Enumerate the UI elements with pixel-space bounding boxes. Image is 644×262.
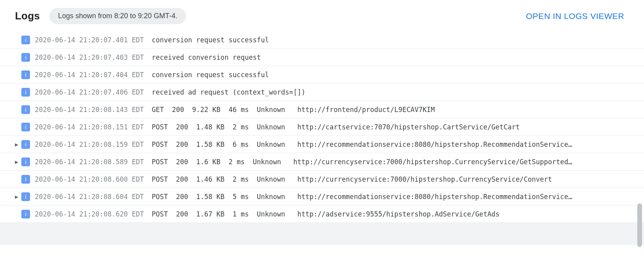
- expand-toggle[interactable]: ▶: [12, 194, 21, 200]
- log-timestamp: 2020-06-14 21:20:08.620 EDT: [33, 210, 152, 218]
- severity-cell: i: [21, 88, 33, 97]
- severity-cell: i: [21, 36, 33, 44]
- severity-cell: i: [21, 105, 33, 114]
- info-icon: i: [21, 70, 30, 79]
- info-icon: i: [21, 36, 30, 44]
- info-icon: i: [21, 158, 30, 166]
- log-row[interactable]: ▶i2020-06-14 21:20:08.589 EDTPOST 200 1.…: [0, 153, 644, 171]
- expand-toggle[interactable]: ▶: [12, 159, 21, 165]
- log-timestamp: 2020-06-14 21:20:07.403 EDT: [33, 53, 152, 61]
- scrollbar-track[interactable]: [638, 2, 643, 260]
- log-timestamp: 2020-06-14 21:20:08.604 EDT: [33, 193, 152, 201]
- log-message: GET 200 9.22 KB 46 ms Unknown http://fro…: [152, 106, 632, 114]
- log-message: POST 200 1.58 KB 6 ms Unknown http://rec…: [152, 140, 632, 148]
- severity-cell: i: [21, 192, 33, 201]
- log-message: received conversion request: [152, 53, 632, 61]
- scrollbar-thumb[interactable]: [637, 203, 642, 247]
- log-message: conversion request successful: [152, 71, 632, 79]
- logs-header: Logs Logs shown from 8:20 to 9:20 GMT-4.…: [0, 0, 644, 31]
- log-timestamp: 2020-06-14 21:20:08.143 EDT: [33, 106, 152, 114]
- log-timestamp: 2020-06-14 21:20:08.589 EDT: [33, 158, 152, 166]
- severity-cell: i: [21, 123, 33, 131]
- info-icon: i: [21, 210, 30, 218]
- logs-panel: Logs Logs shown from 8:20 to 9:20 GMT-4.…: [0, 0, 644, 262]
- log-timestamp: 2020-06-14 21:20:07.406 EDT: [33, 88, 152, 96]
- log-row[interactable]: ▶i2020-06-14 21:20:08.159 EDTPOST 200 1.…: [0, 136, 644, 153]
- expand-toggle[interactable]: ▶: [12, 141, 21, 148]
- log-message: POST 200 1.46 KB 2 ms Unknown http://cur…: [152, 175, 632, 183]
- info-icon: i: [21, 123, 30, 131]
- log-message: POST 200 1.67 KB 1 ms Unknown http://ads…: [152, 210, 632, 218]
- info-icon: i: [21, 105, 30, 114]
- log-message: conversion request successful: [152, 36, 632, 44]
- severity-cell: i: [21, 140, 33, 149]
- log-row[interactable]: i2020-06-14 21:20:08.151 EDTPOST 200 1.4…: [0, 118, 644, 136]
- severity-cell: i: [21, 175, 33, 184]
- log-row[interactable]: i2020-06-14 21:20:07.404 EDTconversion r…: [0, 66, 644, 84]
- chevron-right-icon: ▶: [15, 141, 18, 148]
- log-message: POST 200 1.58 KB 5 ms Unknown http://rec…: [152, 193, 632, 201]
- log-timestamp: 2020-06-14 21:20:07.404 EDT: [33, 71, 152, 79]
- log-timestamp: 2020-06-14 21:20:08.600 EDT: [33, 175, 152, 183]
- log-message: POST 200 1.48 KB 2 ms Unknown http://car…: [152, 123, 632, 131]
- log-timestamp: 2020-06-14 21:20:08.151 EDT: [33, 123, 152, 131]
- log-message: received ad request (context_words=[]): [152, 88, 632, 96]
- log-row[interactable]: i2020-06-14 21:20:07.406 EDTreceived ad …: [0, 84, 644, 101]
- log-row[interactable]: i2020-06-14 21:20:08.620 EDTPOST 200 1.6…: [0, 205, 644, 223]
- severity-cell: i: [21, 53, 33, 62]
- log-row[interactable]: i2020-06-14 21:20:07.401 EDTconversion r…: [0, 31, 644, 49]
- time-range-pill: Logs shown from 8:20 to 9:20 GMT-4.: [49, 8, 186, 24]
- log-timestamp: 2020-06-14 21:20:08.159 EDT: [33, 140, 152, 148]
- log-row[interactable]: i2020-06-14 21:20:07.403 EDTreceived con…: [0, 49, 644, 66]
- info-icon: i: [21, 53, 30, 62]
- chevron-right-icon: ▶: [15, 159, 18, 165]
- log-table: i2020-06-14 21:20:07.401 EDTconversion r…: [0, 31, 644, 223]
- severity-cell: i: [21, 210, 33, 218]
- log-row[interactable]: i2020-06-14 21:20:08.143 EDTGET 200 9.22…: [0, 101, 644, 118]
- open-in-logs-viewer-link[interactable]: OPEN IN LOGS VIEWER: [521, 9, 629, 23]
- log-timestamp: 2020-06-14 21:20:07.401 EDT: [33, 36, 152, 44]
- severity-cell: i: [21, 158, 33, 166]
- log-message: POST 200 1.6 KB 2 ms Unknown http://curr…: [152, 158, 632, 166]
- log-row[interactable]: ▶i2020-06-14 21:20:08.604 EDTPOST 200 1.…: [0, 188, 644, 205]
- log-row[interactable]: i2020-06-14 21:20:08.600 EDTPOST 200 1.4…: [0, 171, 644, 188]
- info-icon: i: [21, 175, 30, 184]
- info-icon: i: [21, 88, 30, 97]
- info-icon: i: [21, 140, 30, 149]
- info-icon: i: [21, 192, 30, 201]
- panel-title: Logs: [15, 10, 40, 22]
- panel-footer-space: [0, 223, 644, 245]
- chevron-right-icon: ▶: [15, 194, 18, 200]
- severity-cell: i: [21, 70, 33, 79]
